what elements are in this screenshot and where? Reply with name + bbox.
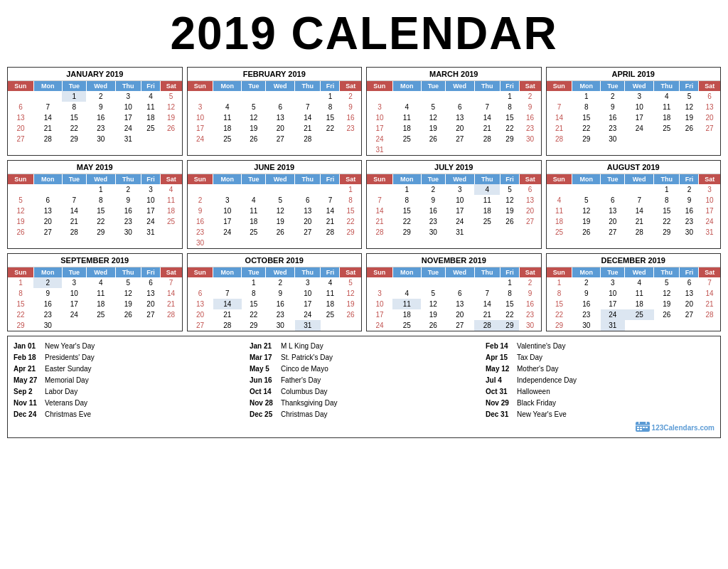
cal-day: 12 [266,206,295,216]
day-header: Tue [601,174,625,184]
cal-day [160,134,181,144]
cal-day: 4 [392,102,421,112]
cal-table: SunMonTueWedThuFriSat1234567891011121314… [188,174,362,248]
holiday-date: Jul 4 [486,375,513,385]
day-header: Tue [242,267,266,277]
cal-day: 15 [500,112,519,123]
day-header: Sun [547,174,572,184]
holiday-row: Dec 24Christmas Eve [14,409,242,420]
cal-day: 22 [547,309,572,320]
cal-day: 23 [519,123,540,134]
holiday-name: Thanksgiving Day [281,398,337,408]
day-header: Sat [699,267,720,277]
cal-day: 10 [367,112,392,123]
cal-day: 4 [86,277,115,288]
cal-day: 5 [115,277,141,288]
day-header: Sat [699,174,720,184]
holiday-row: Oct 14Columbus Day [250,386,478,397]
cal-day [474,227,500,238]
cal-day [500,227,519,238]
holiday-row: May 12Mother's Day [486,363,714,374]
cal-day: 7 [295,102,321,112]
cal-day: 30 [115,227,141,238]
month-block: OCTOBER 2019SunMonTueWedThuFriSat1234567… [187,253,363,331]
cal-table: SunMonTueWedThuFriSat1234567891011121314… [8,81,182,144]
cal-day: 1 [500,277,519,288]
month-title: DECEMBER 2019 [547,254,721,267]
holiday-row: Jun 16Father's Day [250,375,478,385]
cal-day: 4 [160,184,181,195]
cal-day: 13 [601,206,625,216]
month-block: DECEMBER 2019SunMonTueWedThuFriSat123456… [546,253,722,331]
cal-day: 21 [62,216,86,227]
cal-day: 16 [188,216,213,227]
cal-day: 6 [188,288,213,299]
cal-day: 9 [601,102,625,112]
holiday-name: Memorial Day [45,375,89,385]
cal-day: 13 [188,299,213,309]
holiday-date: Jan 21 [250,341,277,351]
holiday-row: Jul 4Independence Day [486,375,714,385]
cal-day [33,91,62,102]
cal-day: 21 [699,299,720,309]
cal-day: 24 [625,123,654,134]
holiday-row: May 27Memorial Day [14,375,242,385]
cal-day: 5 [654,277,680,288]
cal-day: 13 [680,288,699,299]
holiday-name: Valentine's Day [517,341,565,351]
cal-day: 17 [213,216,242,227]
day-header: Wed [625,174,654,184]
cal-day: 16 [421,206,445,216]
cal-table: SunMonTueWedThuFriSat1234567891011121314… [188,267,362,331]
holiday-name: Easter Sunday [45,363,92,374]
cal-day: 15 [654,206,680,216]
cal-day: 25 [654,123,680,134]
cal-day: 27 [33,227,62,238]
cal-day: 28 [547,134,572,144]
cal-day [295,238,321,248]
cal-day: 14 [367,206,392,216]
day-header: Fri [321,81,340,91]
month-title: APRIL 2019 [547,68,721,81]
holiday-name: Halloween [517,386,550,397]
day-header: Mon [213,174,242,184]
month-title: SEPTEMBER 2019 [8,254,182,267]
cal-day: 4 [213,102,242,112]
day-header: Thu [115,174,141,184]
cal-day: 3 [213,195,242,206]
day-header: Mon [392,267,421,277]
day-header: Fri [141,174,160,184]
cal-day: 27 [699,123,720,134]
day-header: Thu [474,267,500,277]
cal-day: 27 [141,309,160,320]
cal-day [519,227,540,238]
holiday-date: Dec 25 [250,409,277,420]
cal-day: 26 [115,309,141,320]
cal-day: 4 [321,277,340,288]
cal-day: 3 [445,184,474,195]
cal-day: 19 [8,216,33,227]
cal-day [421,144,445,155]
holiday-row: Nov 28Thanksgiving Day [250,398,478,408]
holiday-row: Oct 31Halloween [486,386,714,397]
cal-day [340,238,361,248]
cal-day: 10 [141,195,160,206]
holiday-date: Dec 31 [486,409,513,420]
cal-day: 10 [367,299,392,309]
day-header: Tue [242,81,266,91]
svg-rect-5 [640,427,642,428]
holidays-section: Jan 01New Year's DayFeb 18Presidents' Da… [7,336,721,438]
day-header: Sat [340,81,361,91]
cal-day [601,184,625,195]
holiday-date: Nov 28 [250,398,277,408]
cal-day: 10 [625,102,654,112]
cal-day: 23 [680,216,699,227]
cal-day: 5 [421,102,445,112]
cal-day: 2 [572,277,601,288]
day-header: Thu [654,267,680,277]
cal-day [680,320,699,331]
cal-day [160,227,181,238]
cal-day: 28 [625,227,654,238]
day-header: Sun [547,267,572,277]
cal-day [62,320,86,331]
